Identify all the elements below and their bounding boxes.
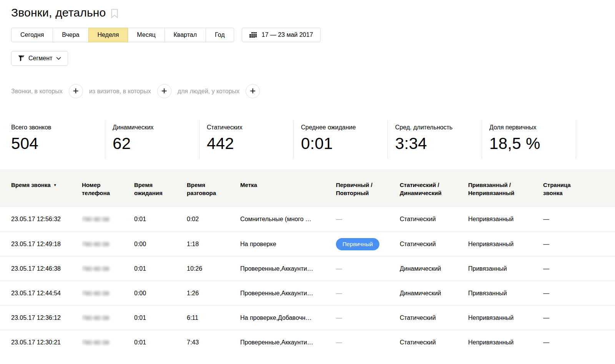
page-title-text: Звонки, детально [11, 6, 106, 19]
cell-static-dynamic: Статический [400, 314, 468, 321]
column-header-call-time[interactable]: Время звонка▼ [11, 181, 82, 189]
cell-call-page: — [543, 216, 615, 223]
stat-label: Среднее ожидание [301, 124, 387, 131]
primary-empty-dash: — [336, 314, 342, 321]
cell-attached: Непривязанный [468, 216, 543, 223]
table-row: 23.05.17 12:49:18 790 80 08 0:00 1:18 На… [0, 232, 615, 256]
add-filter-button-people[interactable]: + [246, 84, 260, 98]
cell-static-dynamic: Динамический [400, 290, 468, 297]
column-header-label: Привязанный / [468, 182, 511, 188]
sort-desc-icon: ▼ [53, 183, 57, 187]
period-tab-quarter[interactable]: Квартал [165, 28, 206, 42]
cell-static-dynamic: Статический [400, 241, 468, 248]
cell-call-time: 23.05.17 12:30:21 [11, 339, 82, 346]
column-header-primary-repeat[interactable]: Первичный / Повторный [336, 181, 400, 197]
table-row: 23.05.17 12:56:32 790 80 08 0:01 0:02 Со… [0, 207, 615, 232]
column-header-talk-time[interactable]: Время разговора [187, 181, 240, 197]
period-tab-year[interactable]: Год [206, 28, 234, 42]
column-header-label: Время [187, 182, 205, 188]
filter-group-calls: Звонки, в которых + [11, 84, 83, 98]
cell-primary-repeat: Первичный [336, 238, 400, 250]
stat-value: 62 [113, 134, 199, 153]
column-header-label2: Непривязанный [468, 189, 543, 197]
column-header-label2: ожидания [134, 189, 187, 197]
stat-value: 18,5 % [489, 134, 576, 153]
primary-empty-dash: — [336, 265, 342, 272]
stat-avg_wait: Среднее ожидание 0:01 [294, 120, 388, 159]
stat-first_share: Доля первичных 18,5 % [482, 120, 576, 159]
period-tab-label: Сегодня [20, 31, 44, 38]
period-tab-label: Неделя [98, 31, 119, 38]
period-tab-label: Квартал [174, 31, 197, 38]
column-header-wait-time[interactable]: Время ожидания [134, 181, 187, 197]
table-body: 23.05.17 12:56:32 790 80 08 0:01 0:02 Со… [0, 207, 615, 354]
column-header-label: Метка [240, 182, 257, 188]
cell-tag: Проверенные,Аккаунти… [240, 265, 336, 272]
column-header-call-page[interactable]: Страница звонка [543, 181, 615, 197]
bookmark-icon[interactable] [111, 9, 118, 18]
filter-group-visits: из визитов, в которых + [89, 84, 171, 98]
cell-wait-time: 0:01 [134, 265, 187, 272]
stat-avg_duration: Сред. длительность 3:34 [388, 120, 482, 159]
period-tab-today[interactable]: Сегодня [11, 28, 53, 42]
cell-primary-repeat: — [336, 216, 400, 223]
cell-call-page: — [543, 290, 615, 297]
primary-badge: Первичный [336, 238, 379, 250]
period-tab-yesterday[interactable]: Вчера [53, 28, 88, 42]
cell-primary-repeat: — [336, 265, 400, 272]
cell-call-page: — [543, 241, 615, 248]
column-header-label2: телефона [82, 189, 134, 197]
stat-static: Статических 442 [199, 120, 294, 159]
column-header-phone[interactable]: Номер телефона [82, 181, 134, 197]
cell-call-time: 23.05.17 12:46:38 [11, 265, 82, 272]
cell-wait-time: 0:00 [134, 290, 187, 297]
add-filter-button-visits[interactable]: + [157, 84, 171, 98]
cell-talk-time: 0:02 [187, 216, 240, 223]
add-filter-button-calls[interactable]: + [69, 84, 83, 98]
stat-value: 442 [207, 134, 293, 153]
cell-talk-time: 7:43 [187, 339, 240, 346]
blurred-phone-number: 790 80 08 [82, 241, 109, 247]
period-tab-group: Сегодня Вчера Неделя Месяц Квартал Год [11, 28, 234, 42]
cell-wait-time: 0:01 [134, 314, 187, 321]
date-range-label: 17 — 23 май 2017 [262, 31, 313, 38]
primary-empty-dash: — [336, 290, 342, 296]
column-header-label2: Динамический [400, 189, 468, 197]
cell-call-time: 23.05.17 12:36:12 [11, 314, 82, 321]
calendar-icon [249, 32, 257, 38]
period-toolbar: Сегодня Вчера Неделя Месяц Квартал Год 1… [11, 28, 615, 42]
cell-phone: 790 80 08 [82, 265, 134, 272]
period-tab-week[interactable]: Неделя [88, 28, 128, 42]
cell-primary-repeat: — [336, 339, 400, 346]
stat-label: Доля первичных [489, 124, 576, 131]
cell-phone: 790 80 08 [82, 241, 134, 248]
column-header-label: Статический / [400, 182, 439, 188]
cell-phone: 790 80 08 [82, 339, 134, 346]
cell-attached: Привязанный [468, 265, 543, 272]
table-row: 23.05.17 12:44:54 790 80 08 0:00 1:26 Пр… [0, 281, 615, 305]
column-header-static-dynamic[interactable]: Статический / Динамический [400, 181, 468, 197]
cell-call-page: — [543, 314, 615, 321]
cell-primary-repeat: — [336, 314, 400, 321]
period-tab-month[interactable]: Месяц [128, 28, 165, 42]
primary-empty-dash: — [336, 216, 342, 222]
cell-attached: Непривязанный [468, 241, 543, 248]
column-header-label: Номер [82, 182, 100, 188]
cell-attached: Непривязанный [468, 314, 543, 321]
column-header-attached[interactable]: Привязанный / Непривязанный [468, 181, 543, 197]
date-range-button[interactable]: 17 — 23 май 2017 [242, 28, 321, 42]
summary-stats: Всего звонков 504 Динамических 62 Статич… [11, 120, 615, 159]
blurred-phone-number: 790 80 08 [82, 339, 109, 346]
cell-call-page: — [543, 265, 615, 272]
page-title: Звонки, детально [11, 6, 615, 19]
column-header-label: Время звонка [11, 182, 51, 188]
filter-builder-row: Звонки, в которых + из визитов, в которы… [11, 84, 615, 98]
filter-group-label: для людей, у которых [178, 88, 239, 95]
cell-wait-time: 0:01 [134, 216, 187, 223]
column-header-tag[interactable]: Метка [240, 181, 336, 189]
stat-label: Всего звонков [11, 124, 105, 131]
period-tab-label: Год [215, 31, 224, 38]
cell-static-dynamic: Динамический [400, 265, 468, 272]
cell-attached: Непривязанный [468, 339, 543, 346]
segment-button[interactable]: Сегмент [11, 51, 68, 66]
